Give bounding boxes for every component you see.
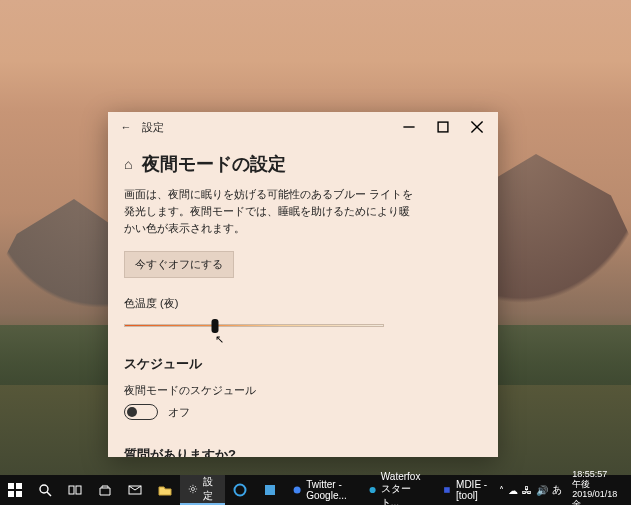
taskbar: 設定 Twitter - Google... Waterfox スタート... … [0, 475, 631, 505]
svg-point-14 [235, 485, 246, 496]
close-button[interactable] [460, 112, 494, 142]
task-label: Twitter - Google... [306, 479, 352, 501]
system-tray[interactable]: ˄ ☁ 🖧 🔊 あ [495, 483, 566, 497]
clock-time: 18:55:57 午後 [572, 470, 617, 490]
svg-rect-11 [76, 486, 81, 494]
minimize-button[interactable] [392, 112, 426, 142]
back-button[interactable]: ← [112, 121, 140, 133]
taskbar-pinned-mail[interactable] [120, 475, 150, 505]
page-description: 画面は、夜間に眠りを妨げる可能性のあるブルー ライトを発光します。夜間モードでは… [124, 186, 414, 237]
schedule-heading: スケジュール [124, 355, 482, 373]
taskbar-app-settings[interactable]: 設定 [180, 475, 225, 505]
taskbar-task-mdie[interactable]: MDIE - [tool] [435, 475, 495, 505]
taskbar-pinned-store[interactable] [90, 475, 120, 505]
svg-point-17 [369, 487, 375, 493]
svg-rect-5 [16, 483, 22, 489]
tray-overflow-icon[interactable]: ˄ [499, 485, 504, 496]
taskbar-pinned-edge[interactable] [225, 475, 255, 505]
slider-thumb[interactable] [212, 319, 219, 333]
tray-network-icon[interactable]: 🖧 [522, 485, 532, 496]
window-content: ⌂ 夜間モードの設定 画面は、夜間に眠りを妨げる可能性のあるブルー ライトを発光… [108, 142, 498, 457]
toggle-state-label: オフ [168, 405, 190, 420]
slider-track [124, 324, 384, 327]
action-center-button[interactable] [623, 475, 631, 505]
settings-window: ← 設定 ⌂ 夜間モードの設定 画面は、夜間に眠りを妨げる可能性のあるブルー ラ… [108, 112, 498, 457]
taskbar-task-twitter[interactable]: Twitter - Google... [285, 475, 361, 505]
schedule-sublabel: 夜間モードのスケジュール [124, 383, 482, 398]
svg-rect-4 [8, 483, 14, 489]
home-icon[interactable]: ⌂ [124, 156, 132, 172]
window-titlebar: ← 設定 [108, 112, 498, 142]
svg-point-13 [191, 487, 194, 490]
taskbar-app-label: 設定 [203, 475, 217, 503]
clock-date: 2019/01/18 金 [572, 490, 617, 505]
search-button[interactable] [30, 475, 60, 505]
color-temperature-slider[interactable]: ↖ [124, 319, 384, 333]
tray-ime-icon[interactable]: あ [552, 483, 562, 497]
maximize-button[interactable] [426, 112, 460, 142]
taskbar-pinned-app[interactable] [255, 475, 285, 505]
svg-rect-7 [16, 491, 22, 497]
toggle-knob [127, 407, 137, 417]
window-title: 設定 [142, 120, 164, 135]
svg-rect-6 [8, 491, 14, 497]
start-button[interactable] [0, 475, 30, 505]
svg-rect-1 [438, 122, 448, 132]
taskbar-task-waterfox[interactable]: Waterfox スタート... [361, 475, 436, 505]
cursor-icon: ↖ [215, 333, 224, 346]
svg-rect-18 [444, 487, 450, 493]
question-heading: 質問がありますか? [124, 446, 482, 457]
svg-point-8 [40, 485, 48, 493]
page-title: 夜間モードの設定 [142, 152, 286, 176]
task-view-button[interactable] [60, 475, 90, 505]
taskbar-clock[interactable]: 18:55:57 午後 2019/01/18 金 [566, 470, 623, 505]
tray-volume-icon[interactable]: 🔊 [536, 485, 548, 496]
svg-rect-15 [265, 485, 275, 495]
schedule-toggle[interactable] [124, 404, 158, 420]
tray-icon[interactable]: ☁ [508, 485, 518, 496]
svg-rect-10 [69, 486, 74, 494]
task-label: MDIE - [tool] [456, 479, 487, 501]
color-temperature-label: 色温度 (夜) [124, 296, 482, 311]
taskbar-pinned-explorer[interactable] [150, 475, 180, 505]
turn-off-now-button[interactable]: 今すぐオフにする [124, 251, 234, 278]
task-label: Waterfox スタート... [381, 471, 427, 506]
svg-point-16 [294, 486, 301, 493]
svg-line-9 [47, 492, 51, 496]
